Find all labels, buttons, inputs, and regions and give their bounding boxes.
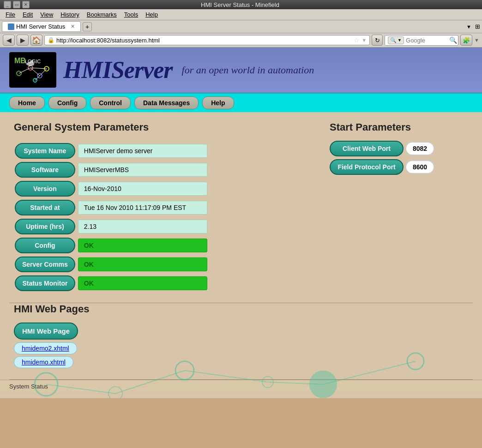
start-param-label-client-web-port: Client Web Port	[330, 141, 404, 156]
param-label-cell-software: Software	[15, 161, 77, 179]
search-bar-wrap: 🔍 ▼ 🔍	[385, 35, 458, 46]
forward-button[interactable]: ▶	[17, 35, 29, 46]
search-input[interactable]	[406, 37, 447, 44]
hmi-link-0[interactable]: hmidemo2.xhtml	[14, 342, 77, 354]
tab-overflow-button[interactable]: ▼	[466, 24, 471, 30]
menu-edit[interactable]: Edit	[19, 10, 36, 19]
status-bar: System Status	[0, 380, 482, 393]
refresh-button[interactable]: ↻	[372, 35, 383, 46]
home-icon: 🏠	[32, 36, 41, 45]
bookmark-star-icon[interactable]: ☆	[354, 36, 360, 44]
site-header: MB LOGIC HMIServer	[0, 48, 482, 94]
param-row-config: Config OK	[15, 237, 207, 254]
browser-tab-0[interactable]: HMI Server Status ✕	[2, 21, 81, 32]
dropdown-icon[interactable]: ▼	[362, 37, 367, 43]
param-label-cell-version: Version	[15, 180, 77, 197]
home-button[interactable]: 🏠	[30, 35, 42, 46]
start-param-value-client-web-port: 8082	[405, 142, 434, 155]
restore-button[interactable]: ▭	[13, 1, 20, 8]
start-param-row-field-protocol-port: Field Protocol Port 8600	[330, 159, 468, 175]
tab-favicon	[8, 24, 14, 30]
window-title: HMI Server Status - Minefield	[30, 1, 451, 8]
nav-tab-control[interactable]: Control	[90, 96, 131, 109]
addon-icon: 🧩	[463, 37, 470, 44]
nav-bar: ◀ ▶ 🏠 🔒 ☆ ▼ ↻ 🔍 ▼ 🔍 🧩 ▼	[0, 33, 482, 48]
tab-close-icon[interactable]: ✕	[71, 24, 75, 30]
logo-box: MB LOGIC	[9, 52, 56, 88]
general-params-title: General System Parameters	[14, 121, 311, 133]
menu-tools[interactable]: Tools	[120, 10, 142, 19]
param-value-cell-version: 16-Nov-2010	[78, 180, 207, 197]
hmi-page-header: HMI Web Page	[14, 323, 78, 340]
address-bar-wrap: 🔒 ☆ ▼	[44, 35, 370, 45]
new-tab-button[interactable]: +	[83, 22, 92, 31]
param-label-cell-status-monitor: Status Monitor	[15, 275, 77, 292]
param-label-system-name: System Name	[15, 143, 75, 159]
hmi-link-1[interactable]: hmidemo.xhtml	[14, 356, 73, 368]
params-table: System Name HMIServer demo server Softwa…	[14, 141, 208, 293]
site-title: HMIServer	[63, 56, 173, 84]
nav-tab-help[interactable]: Help	[202, 96, 234, 109]
search-engine-selector[interactable]: 🔍 ▼	[388, 36, 404, 44]
tab-list-button[interactable]: ⊞	[475, 23, 480, 30]
param-value-status-monitor: OK	[78, 276, 207, 290]
param-row-version: Version 16-Nov-2010	[15, 180, 207, 197]
param-value-uptime: 2.13	[78, 220, 207, 233]
nav-tab-config[interactable]: Config	[48, 96, 86, 109]
param-value-started-at: Tue 16 Nov 2010 11:17:09 PM EST	[78, 201, 207, 215]
param-value-cell-system-name: HMIServer demo server	[78, 142, 207, 160]
site-tagline: for an open world in automation	[182, 64, 314, 76]
logo-svg: MB LOGIC	[12, 55, 54, 85]
param-value-config: OK	[78, 239, 207, 252]
search-go-button[interactable]: 🔍	[449, 36, 457, 44]
teal-nav-bar: Home Config Control Data Messages Help	[0, 94, 482, 112]
param-label-status-monitor: Status Monitor	[15, 275, 75, 291]
menu-help[interactable]: Help	[142, 10, 162, 19]
param-label-server-comms: Server Comms	[15, 257, 75, 272]
menu-file[interactable]: File	[2, 10, 19, 19]
logo-inner: MB LOGIC	[12, 55, 54, 85]
param-label-started-at: Started at	[15, 200, 75, 215]
param-label-cell-started-at: Started at	[15, 199, 77, 216]
param-value-cell-status-monitor: OK	[78, 275, 207, 292]
page-content: MB LOGIC HMIServer	[0, 48, 482, 398]
param-row-software: Software HMIServerMBS	[15, 161, 207, 179]
start-param-row-client-web-port: Client Web Port 8082	[330, 141, 468, 156]
start-param-label-field-protocol-port: Field Protocol Port	[330, 159, 404, 175]
param-row-server-comms: Server Comms OK	[15, 256, 207, 273]
param-value-server-comms: OK	[78, 257, 207, 271]
tab-label: HMI Server Status	[16, 23, 65, 30]
menu-view[interactable]: View	[36, 10, 57, 19]
param-label-version: Version	[15, 181, 75, 197]
svg-text:MB: MB	[14, 57, 26, 65]
back-button[interactable]: ◀	[3, 35, 15, 46]
param-value-cell-software: HMIServerMBS	[78, 161, 207, 179]
main-area: General System Parameters System Name HM…	[0, 112, 482, 303]
menu-bookmarks[interactable]: Bookmarks	[83, 10, 120, 19]
param-value-cell-server-comms: OK	[78, 256, 207, 273]
param-label-software: Software	[15, 162, 75, 178]
param-row-status-monitor: Status Monitor OK	[15, 275, 207, 292]
param-label-cell-uptime: Uptime (hrs)	[15, 218, 77, 235]
address-bar[interactable]	[56, 37, 352, 44]
hmi-pages-title: HMI Web Pages	[14, 303, 468, 315]
general-params-panel: General System Parameters System Name HM…	[14, 121, 311, 293]
param-value-software: HMIServerMBS	[78, 163, 207, 177]
addon-dropdown-icon[interactable]: ▼	[474, 37, 479, 43]
param-value-cell-uptime: 2.13	[78, 218, 207, 235]
addon-button[interactable]: 🧩	[460, 35, 472, 46]
menu-bar: File Edit View History Bookmarks Tools H…	[0, 9, 482, 20]
param-row-system-name: System Name HMIServer demo server	[15, 142, 207, 160]
minimize-button[interactable]: _	[4, 1, 11, 8]
param-value-cell-started-at: Tue 16 Nov 2010 11:17:09 PM EST	[78, 199, 207, 216]
nav-tab-data-messages[interactable]: Data Messages	[134, 96, 199, 109]
menu-history[interactable]: History	[57, 10, 83, 19]
nav-tab-home[interactable]: Home	[9, 96, 45, 109]
window-controls[interactable]: _ ▭ ✕	[4, 1, 30, 8]
close-button[interactable]: ✕	[22, 1, 30, 8]
start-param-value-field-protocol-port: 8600	[405, 160, 434, 174]
param-label-uptime: Uptime (hrs)	[15, 219, 75, 234]
search-dropdown-icon: ▼	[398, 38, 402, 42]
param-row-uptime: Uptime (hrs) 2.13	[15, 218, 207, 235]
status-text: System Status	[9, 383, 48, 390]
